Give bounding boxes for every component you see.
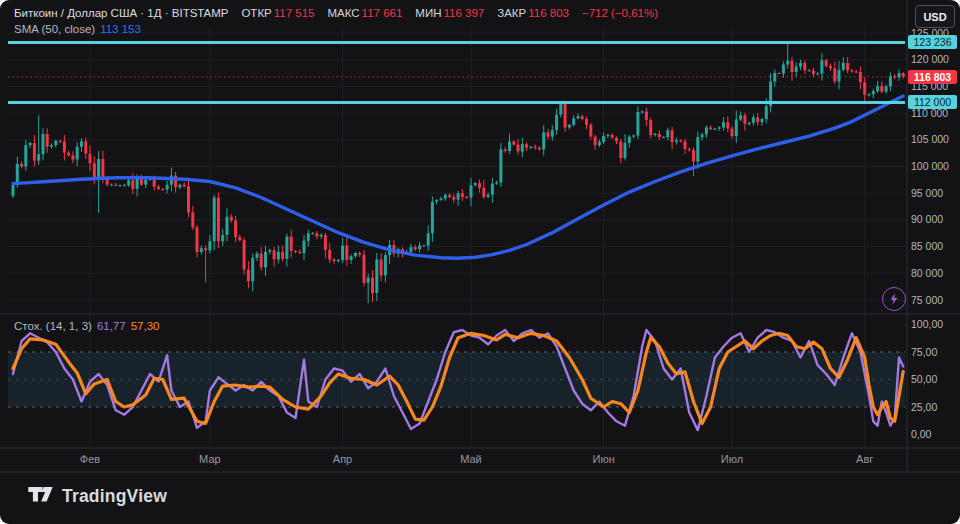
boost-button[interactable] (882, 287, 906, 311)
stoch-axis-tick: 50,00 (911, 373, 937, 386)
sma-value: 113 153 (100, 22, 141, 36)
sma-legend[interactable]: SMA (50, close) 113 153 (14, 22, 141, 36)
price-axis-tick: 120 000 (911, 53, 949, 66)
stoch-axis-tick: 100,00 (911, 318, 943, 331)
stochastic-label: Стох. (14, 1, 3) (14, 319, 92, 333)
price-axis-tick: 85 000 (911, 240, 943, 253)
stochastic-legend[interactable]: Стох. (14, 1, 3) 61,77 57,30 (14, 319, 159, 333)
price-level-label: 112 000 (908, 95, 957, 109)
symbol-title[interactable]: Биткоин / Доллар США · 1Д · BITSTAMP (14, 6, 228, 20)
time-axis-month-label: Июн (582, 453, 626, 465)
sma-line (13, 96, 903, 258)
candlestick-series (12, 42, 905, 303)
stoch-axis-tick: 0,00 (911, 428, 931, 441)
ohlc-close: ЗАКР 116 803 (497, 6, 569, 20)
time-axis-month-label: Фев (68, 453, 112, 465)
stoch-axis-tick: 75,00 (911, 346, 937, 359)
stochastic-k-value: 61,77 (97, 319, 126, 333)
stochastic-d-value: 57,30 (131, 319, 160, 333)
lightning-icon (888, 293, 900, 305)
time-axis-month-label: Май (449, 453, 493, 465)
brand-name: TradingView (62, 486, 167, 507)
time-axis-month-label: Мар (188, 453, 232, 465)
price-axis-tick: 100 000 (911, 160, 949, 173)
tradingview-mark-icon (28, 487, 53, 506)
price-axis-tick: 90 000 (911, 213, 943, 226)
time-axis-month-label: Авг (843, 453, 887, 465)
price-axis-tick: 95 000 (911, 187, 943, 200)
ohlc-open: ОТКР 117 515 (241, 6, 314, 20)
time-axis-month-label: Апр (321, 453, 365, 465)
stoch-axis-tick: 25,00 (911, 401, 937, 414)
sma-label: SMA (50, close) (14, 22, 95, 36)
price-level-label: 123 236 (908, 35, 957, 49)
price-axis-tick: 75 000 (911, 294, 943, 307)
currency-toggle-button[interactable]: USD (915, 5, 955, 28)
chart-canvas[interactable] (0, 0, 960, 524)
tradingview-chart-widget: 125 000120 000115 000110 000105 000100 0… (0, 0, 960, 524)
price-axis-tick: 105 000 (911, 133, 949, 146)
tradingview-logo[interactable]: TradingView (28, 486, 167, 507)
last-price-label: 116 803 (908, 70, 957, 84)
ohlc-high: МАКС 117 661 (327, 6, 402, 20)
time-axis-month-label: Июл (710, 453, 754, 465)
price-axis-tick: 80 000 (911, 267, 943, 280)
ohlc-low: МИН 116 397 (415, 6, 484, 20)
price-change: −712 (−0,61%) (582, 6, 658, 20)
symbol-legend: Биткоин / Доллар США · 1Д · BITSTAMP ОТК… (14, 6, 658, 20)
